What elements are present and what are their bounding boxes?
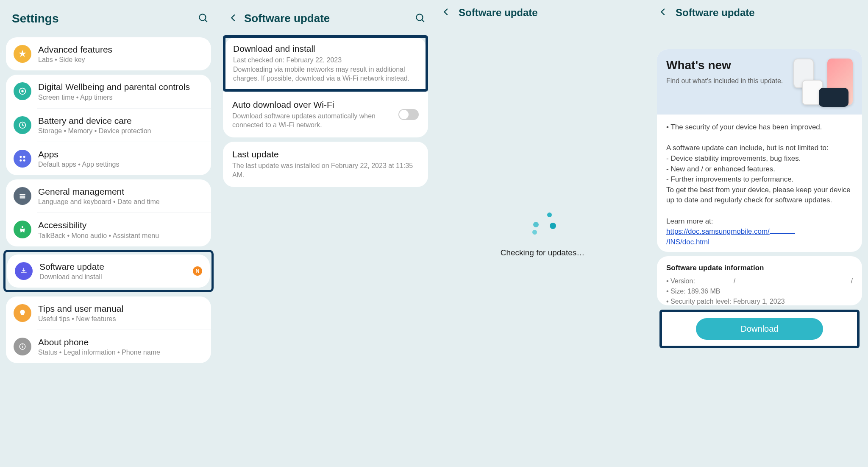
- item-software-update[interactable]: Software update Download and install N: [7, 254, 210, 288]
- svg-point-7: [19, 159, 22, 162]
- loading-spinner: [529, 210, 556, 237]
- item-advanced-features[interactable]: Advanced features Labs • Side key: [6, 37, 211, 70]
- checking-panel: Software update Checking for updates…: [434, 0, 651, 467]
- svg-point-8: [23, 159, 25, 162]
- whats-new-panel: Software update What's new Find out what…: [651, 0, 868, 467]
- svg-rect-14: [22, 346, 23, 348]
- software-update-panel: Software update Download and install Las…: [217, 0, 434, 467]
- a11y-icon: [14, 221, 31, 238]
- search-icon[interactable]: [198, 12, 209, 25]
- update-icon: [15, 262, 33, 280]
- tips-icon: [14, 304, 31, 322]
- wellbeing-icon: [14, 82, 31, 100]
- item-general-management[interactable]: General management Language and keyboard…: [6, 179, 211, 213]
- settings-group: General management Language and keyboard…: [6, 179, 211, 246]
- settings-group: Tips and user manual Useful tips • New f…: [6, 296, 211, 364]
- last-update-card: Last update The last update was installe…: [223, 142, 428, 187]
- whats-new-subtitle: Find out what's included in this update.: [666, 76, 793, 86]
- highlight-download-button: Download: [659, 310, 860, 348]
- svg-rect-11: [19, 197, 25, 199]
- back-icon[interactable]: [659, 7, 668, 18]
- star-icon: [14, 45, 31, 63]
- whats-new-title: What's new: [666, 59, 793, 72]
- svg-point-16: [416, 14, 423, 20]
- svg-point-0: [199, 14, 206, 20]
- item-tips[interactable]: Tips and user manual Useful tips • New f…: [6, 296, 211, 330]
- svg-line-1: [205, 20, 207, 22]
- about-icon: [14, 338, 31, 355]
- svg-point-3: [21, 90, 24, 93]
- settings-group: Advanced features Labs • Side key: [6, 37, 211, 70]
- svg-rect-10: [19, 196, 25, 197]
- highlight-download-install: Download and install Last checked on: Fe…: [223, 35, 428, 92]
- info-size: • Size: 189.36 MB: [666, 288, 853, 295]
- checking-text: Checking for updates…: [501, 248, 585, 257]
- svg-point-6: [23, 156, 25, 158]
- search-icon[interactable]: [415, 12, 426, 25]
- update-description: • The security of your device has been i…: [657, 115, 862, 252]
- item-accessibility[interactable]: Accessibility TalkBack • Mono audio • As…: [6, 213, 211, 246]
- highlight-software-update: Software update Download and install N: [3, 250, 214, 292]
- svg-rect-9: [19, 194, 25, 195]
- general-icon: [14, 187, 31, 205]
- apps-icon: [14, 150, 31, 168]
- item-download-install[interactable]: Download and install Last checked on: Fe…: [225, 38, 426, 89]
- update-info-card: Software update information • Version: /…: [657, 256, 862, 305]
- notification-badge: N: [193, 266, 202, 276]
- care-icon: [14, 116, 31, 134]
- item-battery-care[interactable]: Battery and device care Storage • Memory…: [6, 109, 211, 142]
- auto-download-toggle[interactable]: [398, 109, 419, 120]
- download-button[interactable]: Download: [696, 318, 823, 340]
- item-about-phone[interactable]: About phone Status • Legal information •…: [6, 330, 211, 363]
- svg-line-17: [422, 20, 424, 22]
- item-auto-download[interactable]: Auto download over Wi-Fi Download softwa…: [223, 92, 428, 137]
- learn-more-link[interactable]: https://doc.samsungmobile.com/: [666, 227, 770, 235]
- settings-panel: Settings Advanced features Labs • Side k…: [0, 0, 217, 467]
- back-icon[interactable]: [229, 13, 238, 24]
- item-last-update[interactable]: Last update The last update was installe…: [223, 142, 428, 187]
- svg-point-5: [19, 156, 22, 158]
- info-version: • Version: / /: [666, 277, 853, 285]
- page-title: Settings: [12, 12, 192, 25]
- devices-illustration: [793, 59, 853, 105]
- learn-more-link-2[interactable]: /INS/doc.html: [666, 238, 709, 246]
- svg-point-12: [22, 226, 23, 228]
- svg-point-15: [22, 344, 23, 345]
- settings-group: Digital Wellbeing and parental controls …: [6, 75, 211, 175]
- info-patch: • Security patch level: February 1, 2023: [666, 298, 853, 305]
- item-digital-wellbeing[interactable]: Digital Wellbeing and parental controls …: [6, 75, 211, 108]
- info-title: Software update information: [666, 264, 853, 272]
- whats-new-card: What's new Find out what's included in t…: [657, 49, 862, 252]
- item-apps[interactable]: Apps Default apps • App settings: [6, 142, 211, 175]
- page-title: Software update: [676, 7, 755, 19]
- page-title: Software update: [244, 12, 409, 25]
